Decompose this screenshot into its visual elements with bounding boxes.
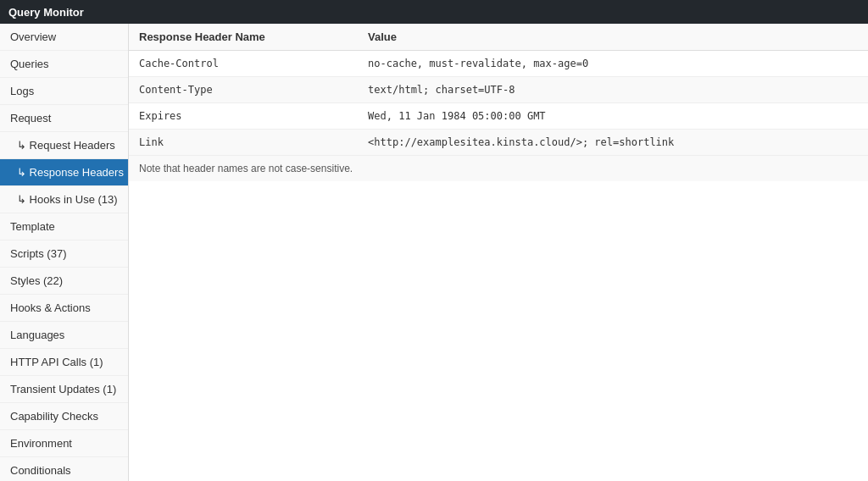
col-header-name: Response Header Name bbox=[129, 24, 358, 51]
sidebar-item-http-api-calls[interactable]: HTTP API Calls (1) bbox=[0, 349, 128, 376]
app-container: Query Monitor OverviewQueriesLogsRequest… bbox=[0, 0, 868, 481]
sidebar-item-template[interactable]: Template bbox=[0, 213, 128, 240]
header-name-cell: Link bbox=[129, 130, 358, 156]
main-content: OverviewQueriesLogsRequest↳ Request Head… bbox=[0, 24, 868, 481]
table-row: Cache-Controlno-cache, must-revalidate, … bbox=[129, 51, 868, 77]
sidebar-item-hooks-in-use[interactable]: ↳ Hooks in Use (13) bbox=[0, 186, 128, 213]
app-title: Query Monitor bbox=[8, 6, 84, 19]
table-note: Note that header names are not case-sens… bbox=[129, 156, 868, 182]
header-value-cell: Wed, 11 Jan 1984 05:00:00 GMT bbox=[358, 103, 868, 130]
sidebar-item-hooks-actions[interactable]: Hooks & Actions bbox=[0, 295, 128, 322]
sidebar-item-response-headers[interactable]: ↳ Response Headers bbox=[0, 159, 128, 186]
header-name-cell: Expires bbox=[129, 103, 358, 130]
main-panel: Response Header Name Value Cache-Control… bbox=[129, 24, 868, 481]
table-row: ExpiresWed, 11 Jan 1984 05:00:00 GMT bbox=[129, 103, 868, 130]
sidebar-item-transient-updates[interactable]: Transient Updates (1) bbox=[0, 376, 128, 403]
table-container: Response Header Name Value Cache-Control… bbox=[129, 24, 868, 181]
header-value-cell: no-cache, must-revalidate, max-age=0 bbox=[358, 51, 868, 77]
sidebar-item-conditionals[interactable]: Conditionals bbox=[0, 457, 128, 481]
title-bar: Query Monitor bbox=[0, 0, 868, 24]
sidebar-item-styles[interactable]: Styles (22) bbox=[0, 268, 128, 295]
col-header-value: Value bbox=[358, 24, 868, 51]
sidebar: OverviewQueriesLogsRequest↳ Request Head… bbox=[0, 24, 129, 481]
sidebar-item-scripts[interactable]: Scripts (37) bbox=[0, 240, 128, 268]
sidebar-item-environment[interactable]: Environment bbox=[0, 430, 128, 457]
table-row: Content-Typetext/html; charset=UTF-8 bbox=[129, 77, 868, 103]
sidebar-item-languages[interactable]: Languages bbox=[0, 322, 128, 349]
header-name-cell: Cache-Control bbox=[129, 51, 358, 77]
sidebar-item-queries[interactable]: Queries bbox=[0, 51, 128, 78]
sidebar-item-request-headers[interactable]: ↳ Request Headers bbox=[0, 132, 128, 159]
sidebar-item-overview[interactable]: Overview bbox=[0, 24, 128, 51]
response-headers-table: Response Header Name Value Cache-Control… bbox=[129, 24, 868, 181]
sidebar-item-request[interactable]: Request bbox=[0, 105, 128, 132]
sidebar-item-logs[interactable]: Logs bbox=[0, 78, 128, 105]
header-value-cell: <http://examplesitea.kinsta.cloud/>; rel… bbox=[358, 130, 868, 156]
header-name-cell: Content-Type bbox=[129, 77, 358, 103]
table-row: Link<http://examplesitea.kinsta.cloud/>;… bbox=[129, 130, 868, 156]
sidebar-item-capability-checks[interactable]: Capability Checks bbox=[0, 403, 128, 430]
header-value-cell: text/html; charset=UTF-8 bbox=[358, 77, 868, 103]
